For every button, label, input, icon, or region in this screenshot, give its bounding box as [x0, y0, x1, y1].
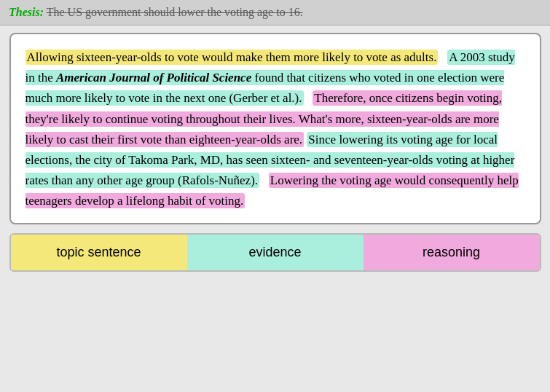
legend-topic-label: topic sentence	[56, 245, 141, 259]
thesis-text: The US government should lower the votin…	[47, 6, 303, 18]
main-content-card: Allowing sixteen-year-olds to vote would…	[9, 33, 541, 224]
legend-reasoning: reasoning	[364, 235, 540, 270]
thesis-bar: Thesis: The US government should lower t…	[0, 0, 550, 26]
legend-evidence-label: evidence	[248, 245, 301, 259]
legend-evidence: evidence	[187, 235, 364, 270]
legend-bar: topic sentence evidence reasoning	[9, 233, 541, 272]
legend-reasoning-label: reasoning	[423, 245, 480, 259]
topic-sentence-highlight: Allowing sixteen-year-olds to vote would…	[25, 50, 439, 65]
legend-topic-sentence: topic sentence	[11, 235, 187, 270]
thesis-label: Thesis:	[9, 6, 44, 18]
